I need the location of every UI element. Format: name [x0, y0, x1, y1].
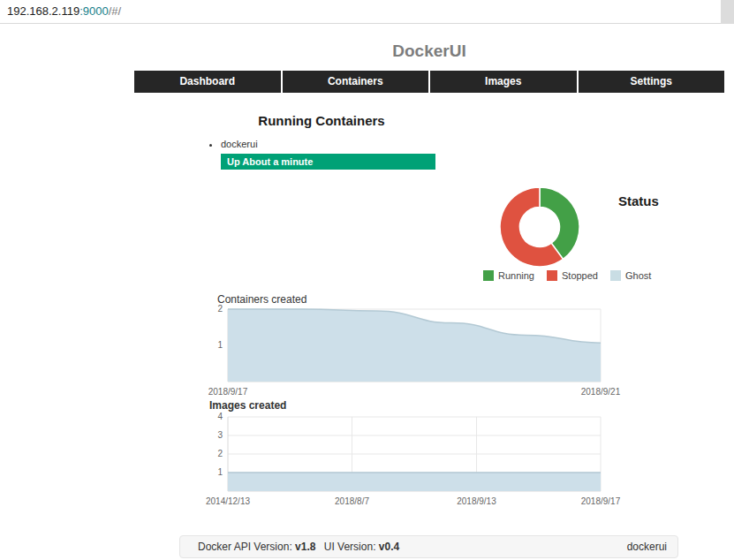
api-version-label: Docker API Version: [198, 541, 292, 553]
y-axis-tick-label: 2 [201, 449, 223, 458]
legend-swatch-stopped [547, 270, 557, 281]
url-path: /#/ [109, 4, 121, 18]
y-axis-tick-label: 2 [201, 304, 223, 314]
y-axis-tick-label: 1 [201, 340, 223, 350]
x-axis-tick-label: 2014/12/13 [193, 496, 263, 506]
x-axis-tick-label: 2018/9/21 [565, 387, 636, 397]
url-port: :9000 [79, 4, 109, 18]
nav-tab-dashboard[interactable]: Dashboard [134, 71, 281, 93]
status-chart-legend: Running Stopped Ghost [483, 270, 663, 281]
y-axis-tick-label: 3 [201, 430, 223, 440]
legend-swatch-running [483, 270, 494, 281]
url-host: 192.168.2.119 [7, 4, 79, 18]
browser-scrollbar[interactable] [721, 0, 734, 24]
status-donut-chart [499, 186, 580, 268]
running-containers-list: dockerui Up About a minute [207, 139, 435, 170]
chart-plot-area [228, 417, 602, 493]
footer-brand: dockerui [627, 541, 667, 553]
status-title: Status [618, 193, 659, 208]
page-title: DockerUI [134, 42, 724, 61]
main-nav: Dashboard Containers Images Settings [134, 71, 724, 93]
container-status-badge: Up About a minute [221, 154, 435, 170]
nav-tab-containers[interactable]: Containers [283, 71, 429, 93]
legend-label-ghost: Ghost [625, 270, 651, 281]
api-version-value: v1.8 [295, 541, 315, 553]
footer-versions: Docker API Version: v1.8 UI Version: v0.… [198, 541, 405, 553]
x-axis-tick-label: 2018/9/17 [565, 496, 636, 506]
nav-tab-images[interactable]: Images [430, 71, 577, 93]
ui-version-label: UI Version: [324, 541, 376, 553]
list-item: dockerui Up About a minute [221, 139, 435, 170]
legend-label-stopped: Stopped [562, 270, 598, 281]
browser-url-bar[interactable]: 192.168.2.119:9000/#/ [0, 0, 734, 24]
containers-created-chart: 212018/9/172018/9/21 [201, 309, 625, 402]
images-created-label: Images created [209, 399, 286, 412]
chart-plot-area [228, 309, 602, 383]
x-axis-tick-label: 2018/8/7 [317, 496, 388, 506]
legend-swatch-ghost [610, 270, 621, 281]
containers-created-label: Containers created [217, 293, 306, 306]
x-axis-tick-label: 2018/9/13 [441, 496, 511, 506]
legend-label-running: Running [498, 270, 534, 281]
x-axis-tick-label: 2018/9/17 [193, 387, 263, 397]
ui-version-value: v0.4 [379, 541, 399, 553]
footer-bar: Docker API Version: v1.8 UI Version: v0.… [179, 535, 678, 558]
nav-tab-settings[interactable]: Settings [579, 71, 725, 93]
container-name-link[interactable]: dockerui [221, 139, 258, 149]
y-axis-tick-label: 4 [201, 412, 223, 421]
y-axis-tick-label: 1 [201, 467, 223, 477]
running-containers-title: Running Containers [134, 113, 509, 128]
images-created-chart: 43212014/12/132018/8/72018/9/132018/9/17 [201, 417, 625, 512]
